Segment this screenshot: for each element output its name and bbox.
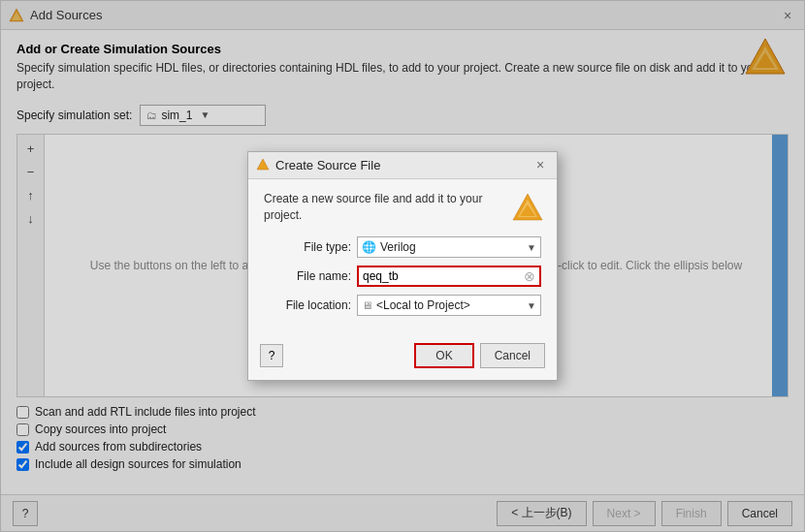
- file-type-icon: 🌐: [362, 240, 376, 254]
- modal-title-bar: Create Source File ×: [248, 152, 557, 179]
- outer-window: Add Sources × Add or Create Simulation S…: [0, 0, 805, 532]
- modal-ok-button[interactable]: OK: [414, 343, 473, 368]
- create-source-dialog: Create Source File × Create a new source…: [247, 151, 558, 382]
- file-location-row: File location: 🖥 <Local to Project> ▼: [264, 295, 541, 316]
- file-location-value: <Local to Project>: [376, 298, 470, 312]
- file-type-value: Verilog: [380, 240, 527, 254]
- modal-help-button[interactable]: ?: [260, 344, 283, 367]
- file-name-input-wrap: ⊗: [357, 266, 541, 287]
- modal-overlay: Create Source File × Create a new source…: [1, 1, 804, 531]
- file-type-dropdown[interactable]: 🌐 Verilog ▼: [357, 236, 541, 258]
- file-name-clear-button[interactable]: ⊗: [524, 268, 535, 284]
- file-name-row: File name: ⊗: [264, 266, 541, 287]
- modal-title-icon: [256, 158, 270, 172]
- modal-title-text: Create Source File: [275, 158, 531, 172]
- modal-body: Create a new source file and add it to y…: [248, 179, 557, 336]
- file-type-arrow: ▼: [527, 242, 536, 253]
- modal-close-button[interactable]: ×: [531, 156, 549, 173]
- file-type-label: File type:: [264, 240, 351, 254]
- file-name-input[interactable]: [363, 269, 524, 283]
- modal-description: Create a new source file and add it to y…: [264, 191, 541, 224]
- file-name-label: File name:: [264, 269, 351, 283]
- file-location-label: File location:: [264, 298, 351, 312]
- modal-buttons-row: ? OK Cancel: [248, 335, 557, 380]
- modal-cancel-button[interactable]: Cancel: [480, 343, 545, 368]
- file-location-arrow: ▼: [527, 300, 536, 311]
- file-location-dropdown[interactable]: 🖥 <Local to Project> ▼: [357, 295, 541, 316]
- file-location-icon: 🖥: [362, 299, 372, 311]
- svg-marker-5: [257, 159, 269, 170]
- file-type-row: File type: 🌐 Verilog ▼: [264, 236, 541, 258]
- modal-vivado-logo: [510, 191, 545, 226]
